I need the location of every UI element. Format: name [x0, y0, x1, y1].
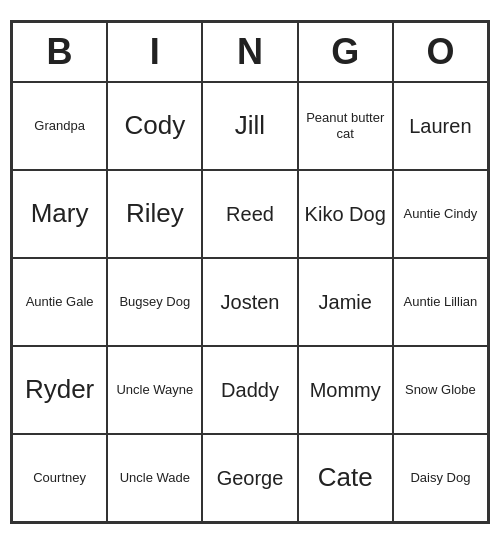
- bingo-header: BINGO: [12, 22, 488, 82]
- bingo-cell-21: Uncle Wade: [107, 434, 202, 522]
- bingo-grid: GrandpaCodyJillPeanut butter catLaurenMa…: [12, 82, 488, 522]
- bingo-cell-17: Daddy: [202, 346, 297, 434]
- bingo-cell-9: Auntie Cindy: [393, 170, 488, 258]
- bingo-cell-15: Ryder: [12, 346, 107, 434]
- header-letter-n: N: [202, 22, 297, 82]
- bingo-cell-11: Bugsey Dog: [107, 258, 202, 346]
- bingo-cell-3: Peanut butter cat: [298, 82, 393, 170]
- bingo-cell-10: Auntie Gale: [12, 258, 107, 346]
- bingo-cell-5: Mary: [12, 170, 107, 258]
- bingo-card: BINGO GrandpaCodyJillPeanut butter catLa…: [10, 20, 490, 524]
- header-letter-o: O: [393, 22, 488, 82]
- bingo-cell-16: Uncle Wayne: [107, 346, 202, 434]
- bingo-cell-0: Grandpa: [12, 82, 107, 170]
- bingo-cell-12: Josten: [202, 258, 297, 346]
- bingo-cell-23: Cate: [298, 434, 393, 522]
- bingo-cell-24: Daisy Dog: [393, 434, 488, 522]
- bingo-cell-4: Lauren: [393, 82, 488, 170]
- bingo-cell-6: Riley: [107, 170, 202, 258]
- header-letter-i: I: [107, 22, 202, 82]
- bingo-cell-22: George: [202, 434, 297, 522]
- bingo-cell-20: Courtney: [12, 434, 107, 522]
- bingo-cell-19: Snow Globe: [393, 346, 488, 434]
- bingo-cell-7: Reed: [202, 170, 297, 258]
- bingo-cell-14: Auntie Lillian: [393, 258, 488, 346]
- header-letter-b: B: [12, 22, 107, 82]
- header-letter-g: G: [298, 22, 393, 82]
- bingo-cell-1: Cody: [107, 82, 202, 170]
- bingo-cell-2: Jill: [202, 82, 297, 170]
- bingo-cell-13: Jamie: [298, 258, 393, 346]
- bingo-cell-8: Kiko Dog: [298, 170, 393, 258]
- bingo-cell-18: Mommy: [298, 346, 393, 434]
